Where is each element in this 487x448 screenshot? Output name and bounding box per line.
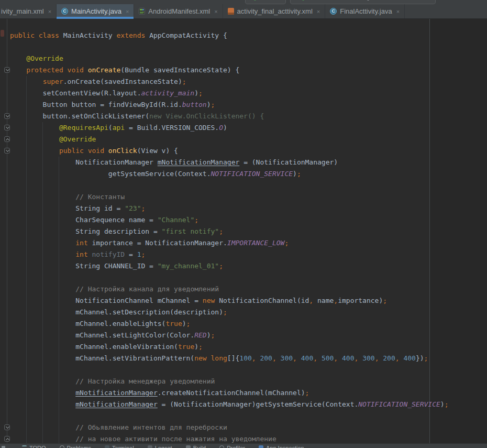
- run-icon: [254, 0, 256, 1]
- statusbar-item-profiler[interactable]: Profiler: [219, 445, 245, 448]
- statusbar-item-problems[interactable]: Problems: [60, 445, 91, 448]
- code-line[interactable]: mNotificationManager = (NotificationMana…: [10, 399, 487, 410]
- code-line[interactable]: mChannel.setVibrationPattern(new long[]{…: [10, 353, 487, 364]
- todo-icon: [22, 445, 27, 448]
- statusbar-item-todo[interactable]: TODO: [22, 445, 46, 448]
- statusbar-item-label: Logcat: [155, 445, 172, 448]
- statusbar-item-label: Terminal: [112, 445, 134, 448]
- code-area[interactable]: public class MainActivity extends AppCom…: [0, 19, 487, 443]
- statusbar-item-logcat[interactable]: Logcat: [148, 445, 172, 448]
- editor-tab-ivity_main.xml[interactable]: ivity_main.xml×: [0, 4, 57, 18]
- statusbar-item-terminal[interactable]: Terminal: [105, 445, 134, 448]
- code-line[interactable]: mChannel.setLightColor(Color.RED);: [10, 330, 487, 341]
- code-line[interactable]: @Override: [10, 134, 487, 145]
- code-line[interactable]: [10, 272, 487, 283]
- code-line[interactable]: NotificationChannel mChannel = new Notif…: [10, 295, 487, 307]
- editor-tab-FinalActtivity.java[interactable]: CFinalActtivity.java×: [325, 4, 405, 18]
- code-line[interactable]: int notifyID = 1;: [10, 249, 487, 260]
- code-line[interactable]: public class MainActivity extends AppCom…: [10, 30, 487, 41]
- code-line[interactable]: mChannel.enableVibration(true);: [10, 341, 487, 353]
- code-line[interactable]: // Настройка канала для уведомлений: [10, 283, 487, 295]
- terminal-icon: [105, 445, 109, 448]
- tab-label: activity_final_acttivity.xml: [237, 7, 313, 15]
- run-icon: [302, 0, 304, 1]
- code-line[interactable]: // Настройка менеджера уведомлений: [10, 376, 487, 387]
- code-line[interactable]: @Override: [10, 53, 487, 64]
- layout-file-icon: [228, 8, 234, 15]
- code-line[interactable]: getSystemService(Context.NOTIFICATION_SE…: [10, 168, 487, 180]
- statusbar-item-label: TODO: [29, 445, 46, 448]
- statusbar-item-label: Problems: [67, 445, 91, 448]
- run-config-widget-outline: [245, 0, 286, 4]
- code-line[interactable]: @RequiresApi(api = Build.VERSION_CODES.O…: [10, 122, 487, 134]
- statusbar-item-build[interactable]: Build: [186, 445, 206, 448]
- logcat-icon: [148, 445, 152, 448]
- code-line[interactable]: // на новое активити после нажатия на ув…: [10, 433, 487, 443]
- tool-window-bar: TODOProblemsTerminalLogcatBuildProfilerA…: [0, 443, 487, 448]
- code-line[interactable]: [10, 364, 487, 376]
- code-line[interactable]: super.onCreate(savedInstanceState);: [10, 76, 487, 88]
- fold-marker-icon[interactable]: [4, 436, 10, 442]
- fold-marker-icon[interactable]: [4, 148, 10, 154]
- problems-icon: [60, 445, 64, 448]
- device-widget-outline: [290, 0, 436, 4]
- tab-label: MainActivity.java: [71, 7, 121, 15]
- code-line[interactable]: String description = "first notify";: [10, 226, 487, 237]
- statusbar-item-label: Profiler: [227, 445, 245, 448]
- editor-tab-activity_final_acttivity.xml[interactable]: activity_final_acttivity.xml×: [223, 4, 326, 18]
- code-line[interactable]: mChannel.setDescription(description);: [10, 307, 487, 318]
- class-file-icon: C: [330, 8, 337, 15]
- close-icon[interactable]: ×: [126, 8, 129, 15]
- app-inspection-icon: [259, 445, 263, 448]
- code-line[interactable]: String CHANNEL_ID = "my_channel_01";: [10, 260, 487, 272]
- code-line[interactable]: [10, 41, 487, 53]
- code-line[interactable]: protected void onCreate(Bundle savedInst…: [10, 64, 487, 76]
- fold-marker-icon[interactable]: [4, 113, 10, 119]
- code-line[interactable]: // Обьявление интентов для переброски: [10, 422, 487, 433]
- tab-label: AndroidManifest.xml: [148, 7, 210, 15]
- tab-label: FinalActtivity.java: [340, 7, 392, 15]
- class-file-icon: C: [61, 8, 68, 15]
- code-line[interactable]: String id = "23";: [10, 203, 487, 214]
- tool-window-toggle-icon[interactable]: [2, 446, 5, 448]
- code-line[interactable]: setContentView(R.layout.activity_main);: [10, 88, 487, 99]
- close-icon[interactable]: ×: [48, 8, 51, 15]
- code-line[interactable]: public void onClick(View v) {: [10, 145, 487, 157]
- tab-label: ivity_main.xml: [1, 7, 44, 15]
- manifest-file-icon: MF: [139, 8, 145, 15]
- code-editor[interactable]: public class MainActivity extends AppCom…: [0, 19, 487, 443]
- editor-tab-AndroidManifest.xml[interactable]: MFAndroidManifest.xml×: [134, 4, 223, 18]
- close-icon[interactable]: ×: [214, 8, 217, 15]
- code-line[interactable]: [10, 180, 487, 191]
- profiler-icon: [219, 445, 224, 448]
- fold-marker-icon[interactable]: [4, 125, 10, 130]
- statusbar-item-app-inspection[interactable]: App Inspection: [259, 445, 304, 448]
- code-line[interactable]: CharSequence name = "Channel";: [10, 214, 487, 226]
- close-icon[interactable]: ×: [317, 8, 320, 15]
- main-toolbar-strip: [0, 0, 487, 4]
- code-line[interactable]: NotificationManager mNotificationManager…: [10, 157, 487, 168]
- build-icon: [186, 445, 191, 448]
- fold-marker-icon[interactable]: [4, 136, 10, 142]
- code-line[interactable]: // Константы: [10, 191, 487, 203]
- ide-window: ivity_main.xml×CMainActivity.java×MFAndr…: [0, 0, 487, 448]
- editor-tab-bar: ivity_main.xml×CMainActivity.java×MFAndr…: [0, 4, 487, 19]
- code-line[interactable]: Button button = findViewById(R.id.button…: [10, 99, 487, 111]
- statusbar-item-label: Build: [193, 445, 206, 448]
- code-line[interactable]: mChannel.enableLights(true);: [10, 318, 487, 330]
- editor-tab-MainActivity.java[interactable]: CMainActivity.java×: [57, 4, 134, 18]
- close-icon[interactable]: ×: [396, 8, 400, 15]
- fold-marker-icon[interactable]: [4, 424, 10, 430]
- code-line[interactable]: int importance = NotificationManager.IMP…: [10, 237, 487, 249]
- code-line[interactable]: [10, 410, 487, 422]
- toolbar-dot-icon: [367, 0, 369, 1]
- fold-marker-icon[interactable]: [4, 67, 10, 73]
- code-line[interactable]: mNotificationManager.createNotificationC…: [10, 387, 487, 399]
- code-line[interactable]: button.setOnClickListener(new View.OnCli…: [10, 111, 487, 122]
- statusbar-item-label: App Inspection: [266, 445, 304, 448]
